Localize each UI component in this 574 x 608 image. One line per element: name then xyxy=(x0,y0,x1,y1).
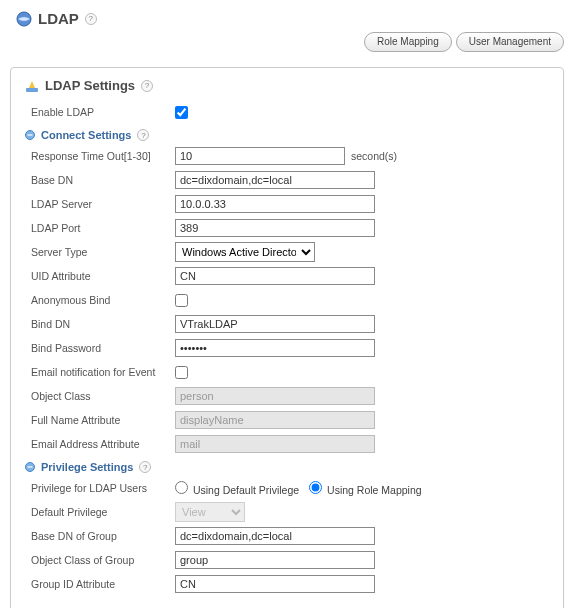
label-group-id-attr: Group ID Attribute xyxy=(25,578,175,590)
page-title: LDAP xyxy=(38,10,79,27)
label-email-notify: Email notification for Event xyxy=(25,366,175,378)
anonymous-bind-checkbox[interactable] xyxy=(175,294,188,307)
section-connect: Connect Settings ? xyxy=(25,129,549,141)
role-mapping-button[interactable]: Role Mapping xyxy=(364,32,452,52)
row-ldap-port: LDAP Port xyxy=(25,217,549,239)
label-response-timeout: Response Time Out[1-30] xyxy=(25,150,175,162)
email-attr-input xyxy=(175,435,375,453)
ldap-server-input[interactable] xyxy=(175,195,375,213)
section-privilege-title: Privilege Settings xyxy=(41,461,133,473)
bind-password-input[interactable] xyxy=(175,339,375,357)
topbar: LDAP ? xyxy=(10,8,564,27)
label-obj-class-group: Object Class of Group xyxy=(25,554,175,566)
obj-class-group-input[interactable] xyxy=(175,551,375,569)
help-icon[interactable]: ? xyxy=(141,80,153,92)
top-buttons: Role Mapping User Management xyxy=(364,32,564,52)
label-default-priv: Default Privilege xyxy=(25,506,175,518)
page-container: LDAP ? Role Mapping User Management LDAP… xyxy=(0,0,574,608)
row-group-id-attr: Group ID Attribute xyxy=(25,573,549,595)
label-bind-password: Bind Password xyxy=(25,342,175,354)
ldap-port-input[interactable] xyxy=(175,219,375,237)
label-ldap-port: LDAP Port xyxy=(25,222,175,234)
row-email-attr: Email Address Attribute xyxy=(25,433,549,455)
priv-radio-default-label: Using Default Privilege xyxy=(193,484,299,496)
svg-rect-1 xyxy=(26,88,38,92)
base-dn-group-input[interactable] xyxy=(175,527,375,545)
label-object-class: Object Class xyxy=(25,390,175,402)
server-type-select[interactable]: Windows Active Directory xyxy=(175,242,315,262)
help-icon[interactable]: ? xyxy=(85,13,97,25)
row-bind-password: Bind Password xyxy=(25,337,549,359)
email-notify-checkbox[interactable] xyxy=(175,366,188,379)
row-default-priv: Default Privilege View xyxy=(25,501,549,523)
group-id-attr-input[interactable] xyxy=(175,575,375,593)
priv-radio-role-label: Using Role Mapping xyxy=(327,484,422,496)
uid-attribute-input[interactable] xyxy=(175,267,375,285)
panel-title: LDAP Settings xyxy=(45,78,135,93)
section-privilege: Privilege Settings ? xyxy=(25,461,549,473)
label-email-attr: Email Address Attribute xyxy=(25,438,175,450)
row-anonymous-bind: Anonymous Bind xyxy=(25,289,549,311)
object-class-input xyxy=(175,387,375,405)
row-enable-ldap: Enable LDAP xyxy=(25,101,549,123)
base-dn-input[interactable] xyxy=(175,171,375,189)
default-priv-select: View xyxy=(175,502,245,522)
label-anonymous-bind: Anonymous Bind xyxy=(25,294,175,306)
row-ldap-server: LDAP Server xyxy=(25,193,549,215)
label-full-name-attr: Full Name Attribute xyxy=(25,414,175,426)
label-base-dn-group: Base DN of Group xyxy=(25,530,175,542)
svg-rect-5 xyxy=(28,466,33,467)
row-obj-class-group: Object Class of Group xyxy=(25,549,549,571)
priv-radio-role-wrap: Using Role Mapping xyxy=(309,481,421,496)
row-response-timeout: Response Time Out[1-30] second(s) xyxy=(25,145,549,167)
help-icon[interactable]: ? xyxy=(137,129,149,141)
label-bind-dn: Bind DN xyxy=(25,318,175,330)
collapse-icon[interactable] xyxy=(25,462,35,472)
collapse-icon[interactable] xyxy=(25,130,35,140)
enable-ldap-checkbox[interactable] xyxy=(175,106,188,119)
bind-dn-input[interactable] xyxy=(175,315,375,333)
row-email-notify: Email notification for Event xyxy=(25,361,549,383)
full-name-attr-input xyxy=(175,411,375,429)
ldap-icon xyxy=(16,11,32,27)
row-full-name-attr: Full Name Attribute xyxy=(25,409,549,431)
row-bind-dn: Bind DN xyxy=(25,313,549,335)
row-uid-attribute: UID Attribute xyxy=(25,265,549,287)
row-base-dn: Base DN xyxy=(25,169,549,191)
priv-radio-role[interactable] xyxy=(309,481,322,494)
label-uid-attribute: UID Attribute xyxy=(25,270,175,282)
row-priv-users: Privilege for LDAP Users Using Default P… xyxy=(25,477,549,499)
label-priv-users: Privilege for LDAP Users xyxy=(25,482,175,494)
settings-icon xyxy=(25,79,39,93)
help-icon[interactable]: ? xyxy=(139,461,151,473)
row-object-class: Object Class xyxy=(25,385,549,407)
label-base-dn: Base DN xyxy=(25,174,175,186)
response-timeout-input[interactable] xyxy=(175,147,345,165)
response-timeout-suffix: second(s) xyxy=(351,150,397,162)
row-base-dn-group: Base DN of Group xyxy=(25,525,549,547)
panel-header: LDAP Settings ? xyxy=(25,78,549,93)
label-enable-ldap: Enable LDAP xyxy=(25,106,175,118)
label-ldap-server: LDAP Server xyxy=(25,198,175,210)
priv-radio-default[interactable] xyxy=(175,481,188,494)
row-server-type: Server Type Windows Active Directory xyxy=(25,241,549,263)
user-management-button[interactable]: User Management xyxy=(456,32,564,52)
settings-panel: LDAP Settings ? Enable LDAP Connect Sett… xyxy=(10,67,564,608)
priv-radio-default-wrap: Using Default Privilege xyxy=(175,481,299,496)
label-server-type: Server Type xyxy=(25,246,175,258)
svg-rect-3 xyxy=(28,134,33,135)
section-connect-title: Connect Settings xyxy=(41,129,131,141)
